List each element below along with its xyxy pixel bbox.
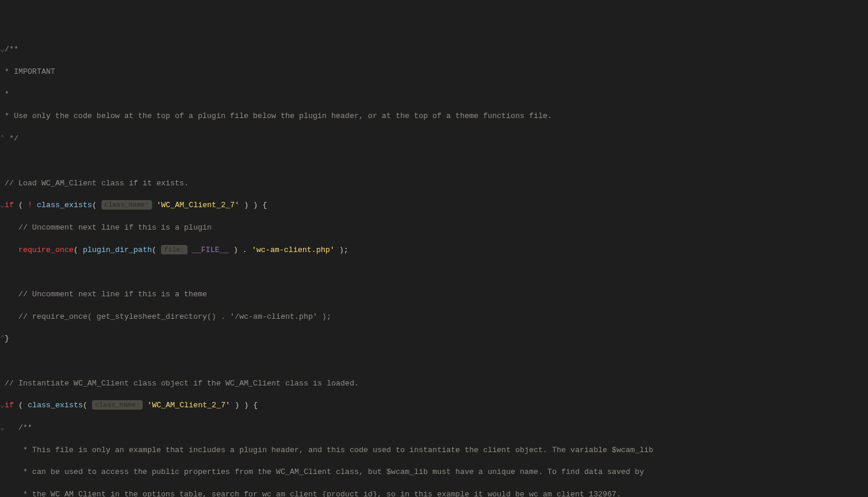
docblock: /** [18,423,32,432]
comment-line: // Uncomment next line if this is a plug… [18,223,212,232]
comment-line: // Instantiate WC_AM_Client class object… [5,379,359,388]
docblock: /** [5,45,18,54]
comment-text: * IMPORTANT [0,67,55,76]
keyword-if: if [5,201,14,210]
function-call: plugin_dir_path [83,246,152,254]
hint-class-name: class_name: [101,200,152,210]
keyword-if: if [5,401,14,410]
string-literal: 'WC_AM_Client_2_7' [147,401,230,410]
hint-file: file: [161,245,188,254]
brace: { [262,201,267,210]
comment-text: * can be used to access the public prope… [18,467,644,476]
comment-line: // require_once( get_stylesheet_director… [18,312,331,321]
function-call: class_exists [37,201,93,210]
operator-not: ! [28,201,32,210]
comment-line: // Load WC_AM_Client class if it exists. [5,179,189,188]
string-literal: 'wc-am-client.php' [252,246,334,254]
function-call: class_exists [28,401,83,410]
comment-text: * Use only the code below at the top of … [0,112,552,120]
comment-text: * the WC_AM_Client in the options table,… [18,490,621,497]
hint-class-name: class_name: [92,400,143,410]
comment-text: * [0,90,9,99]
string-literal: 'WC_AM_Client_2_7' [156,201,239,210]
comment-text: */ [5,134,18,143]
comment-line: // Uncomment next line if this is a them… [18,290,207,299]
const-file: __FILE__ [192,246,228,254]
code-editor[interactable]: ⌄/** * IMPORTANT * * Use only the code b… [0,44,868,497]
keyword-require: require_once [18,246,74,254]
comment-text: * This file is only an example that incl… [18,446,653,455]
brace: } [5,334,9,343]
brace: { [253,401,258,410]
